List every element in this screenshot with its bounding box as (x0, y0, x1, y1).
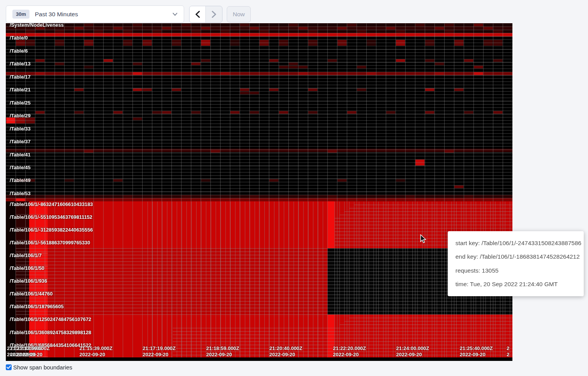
x-axis-tick: 21:25:40.000Z2022-09-20 (460, 345, 493, 358)
y-axis-label: /System/NodeLiveness (10, 23, 64, 28)
nav-forward-button[interactable] (206, 6, 222, 22)
time-range-label: Past 30 Minutes (35, 11, 169, 18)
y-axis-label: /Table/106/1/-3128593822440635556 (10, 227, 93, 233)
y-axis-label: /Table/106/1/-561886370999765330 (10, 240, 90, 246)
x-axis-tick: 21:13:59.000Z2022-09-20 (17, 345, 50, 358)
keyviz-chart: /System/NodeLiveness/Table/0/Table/6/Tab… (6, 23, 512, 361)
toolbar: 30m Past 30 Minutes Now (0, 0, 588, 23)
nav-back-button[interactable] (190, 6, 206, 22)
keyviz-heatmap-canvas[interactable] (6, 23, 512, 361)
x-axis-tick: 21:22:20.000Z2022-09-20 (333, 345, 366, 358)
mouse-cursor-icon (420, 234, 427, 244)
chevron-down-icon (172, 11, 178, 17)
tooltip-end-key: end key: /Table/106/1/-18683814745282642… (455, 253, 576, 260)
x-axis-tick: 21:24:00.000Z2022-09-20 (396, 345, 429, 358)
y-axis-label: /Table/37 (10, 139, 31, 144)
y-axis-label: /Table/106/1/936 (10, 278, 47, 284)
tooltip-requests: requests: 13055 (455, 267, 576, 274)
y-axis-label: /Table/106/1/187965605 (10, 304, 64, 309)
y-axis-label: /Table/21 (10, 87, 31, 93)
time-nav-group (189, 6, 222, 23)
y-axis-label: /Table/106/1/7 (10, 253, 41, 258)
y-axis-label: /Table/106/1/50 (10, 266, 44, 271)
y-axis-label: /Table/33 (10, 126, 31, 132)
hover-tooltip: start key: /Table/106/1/-247433150824388… (448, 231, 584, 296)
y-axis-label: /Table/106/1/1250247484756107672 (10, 317, 91, 322)
y-axis-label: /Table/13 (10, 61, 31, 67)
y-axis-label: /Table/17 (10, 74, 31, 80)
y-axis-label: /Table/41 (10, 152, 31, 158)
y-axis-label: /Table/106/1/-8632471606610433183 (10, 202, 93, 207)
y-axis-label: /Table/106/1/44760 (10, 291, 53, 297)
y-axis-label: /Table/106/1/-5510953463769811152 (10, 215, 92, 220)
tooltip-start-key: start key: /Table/106/1/-247433150824388… (455, 240, 576, 247)
time-range-badge: 30m (12, 10, 29, 19)
y-axis-label: /Table/0 (10, 35, 28, 41)
show-span-boundaries-checkbox[interactable] (6, 364, 12, 370)
y-axis-label: /Table/25 (10, 100, 31, 106)
x-axis-tick: 22 (507, 345, 509, 358)
y-axis-label: /Table/45 (10, 165, 31, 170)
x-axis-tick: 21:20:40.000Z2022-09-20 (269, 345, 302, 358)
y-axis-label: /Table/29 (10, 113, 31, 118)
x-axis-tick: 21:17:19.000Z2022-09-20 (143, 345, 176, 358)
footer: Show span boundaries (6, 364, 72, 371)
time-range-dropdown[interactable]: 30m Past 30 Minutes (6, 5, 184, 23)
now-button[interactable]: Now (227, 6, 251, 22)
y-axis-label: /Table/53 (10, 191, 31, 196)
x-axis-tick: 21:15:39.000Z2022-09-20 (79, 345, 112, 358)
show-span-boundaries-label: Show span boundaries (13, 364, 72, 371)
y-axis-label: /Table/106/1/3608924758329898128 (10, 330, 91, 335)
tooltip-time: time: Tue, 20 Sep 2022 21:24:40 GMT (455, 281, 576, 288)
x-axis-tick: 21:18:59.000Z2022-09-20 (206, 345, 239, 358)
y-axis-label: /Table/49 (10, 178, 31, 183)
y-axis-label: /Table/6 (10, 48, 28, 54)
